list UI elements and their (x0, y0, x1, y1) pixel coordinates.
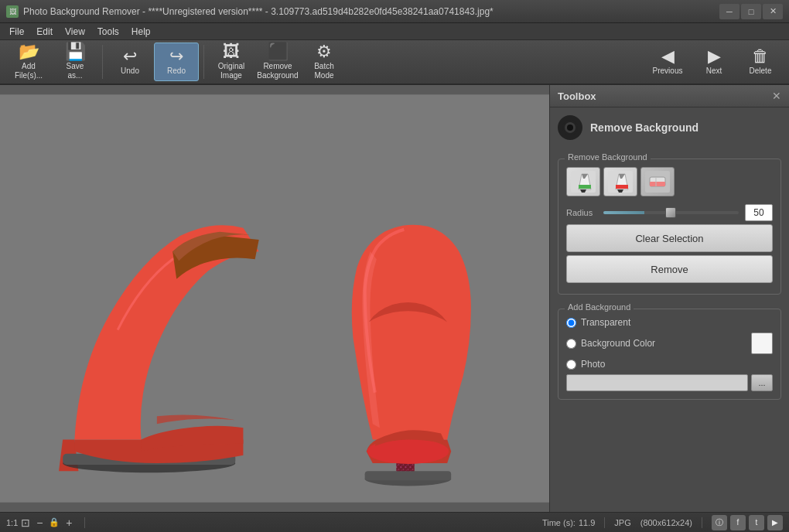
app-icon: 🖼 (6, 5, 19, 18)
menu-help[interactable]: Help (125, 25, 157, 39)
next-icon: ▶ (708, 48, 721, 65)
title-bar: 🖼 Photo Background Remover - ****Unregis… (0, 0, 789, 23)
bg-color-radio[interactable] (566, 339, 576, 349)
zoom-out-button[interactable]: − (33, 517, 46, 529)
remove-bg-group: Remove Background (558, 159, 781, 295)
remove-bg-icon-circle (558, 115, 582, 140)
remove-bg-header: Remove Background (558, 115, 781, 140)
info-icon[interactable]: ⓘ (712, 515, 727, 530)
social-icons: ⓘ f t ▶ (712, 515, 783, 530)
bg-color-radio-row: Background Color (566, 332, 773, 354)
window-title: Photo Background Remover - ****Unregiste… (23, 6, 494, 17)
menu-bar: File Edit View Tools Help (0, 23, 789, 40)
menu-view[interactable]: View (59, 25, 91, 39)
browse-button[interactable]: ... (751, 374, 773, 391)
redo-button[interactable]: ↪ Redo (154, 43, 199, 81)
toolbar: 📂 AddFile(s)... 💾 Saveas... ↩ Undo ↪ Red… (0, 40, 789, 85)
time-label: Time (s): (542, 518, 576, 527)
main-area: Toolbox ✕ Remove Background Remove Backg… (0, 85, 789, 512)
previous-icon: ◀ (661, 48, 675, 65)
batch-icon: ⚙ (316, 43, 332, 60)
toolbox-title: Toolbox (558, 90, 596, 102)
image-dimensions: (800x612x24) (640, 518, 692, 527)
color-swatch[interactable] (751, 332, 773, 354)
status-sep-3 (702, 517, 702, 528)
menu-tools[interactable]: Tools (91, 25, 125, 39)
toolbox-content: Remove Background Remove Background (550, 107, 789, 408)
batch-mode-button[interactable]: ⚙ BatchMode (302, 43, 347, 81)
svg-point-13 (567, 124, 573, 131)
svg-rect-26 (650, 182, 665, 186)
previous-button[interactable]: ◀ Previous (645, 43, 690, 81)
zoom-fit-icon: ⊡ (21, 517, 30, 529)
toolbox-header: Toolbox ✕ (550, 85, 789, 107)
photo-path-input[interactable] (566, 374, 748, 391)
tool-buttons-row (566, 167, 773, 196)
remove-background-button[interactable]: ⬛ RemoveBackground (255, 43, 300, 81)
transparent-radio[interactable] (566, 318, 576, 328)
photo-radio-row: Photo (566, 359, 773, 370)
menu-edit[interactable]: Edit (30, 25, 59, 39)
svg-rect-22 (616, 185, 628, 189)
radius-value-input[interactable] (745, 204, 773, 221)
status-sep-1 (84, 517, 85, 528)
save-as-button[interactable]: 💾 Saveas... (53, 43, 97, 81)
remove-button[interactable]: Remove (566, 255, 773, 283)
add-files-icon: 📂 (19, 43, 39, 60)
zoom-lock-icon: 🔒 (49, 517, 60, 527)
radius-label: Radius (566, 208, 597, 217)
clear-selection-button[interactable]: Clear Selection (566, 224, 773, 252)
twitter-icon[interactable]: t (749, 515, 764, 530)
add-bg-group: Add Background Transparent Background Co… (558, 309, 781, 400)
photo-radio[interactable] (566, 360, 576, 370)
canvas-area[interactable] (0, 85, 549, 512)
red-pen-button[interactable] (603, 167, 637, 196)
menu-file[interactable]: File (3, 25, 30, 39)
image-canvas (0, 85, 549, 512)
status-sep-2 (604, 517, 605, 528)
close-button[interactable]: ✕ (763, 4, 783, 19)
next-button[interactable]: ▶ Next (692, 43, 736, 81)
remove-bg-group-label: Remove Background (565, 152, 651, 162)
zoom-in-button[interactable]: + (63, 517, 75, 529)
add-files-button[interactable]: 📂 AddFile(s)... (6, 43, 51, 81)
toolbox-close-button[interactable]: ✕ (772, 90, 781, 102)
time-display: Time (s): 11.9 (542, 518, 595, 527)
toolbar-separator-2 (203, 45, 204, 79)
original-image-button[interactable]: 🖼 OriginalImage (209, 43, 254, 81)
photo-label: Photo (581, 359, 773, 370)
original-image-icon: 🖼 (223, 43, 240, 60)
undo-button[interactable]: ↩ Undo (108, 43, 152, 81)
time-value: 11.9 (579, 518, 595, 527)
transparent-radio-row: Transparent (566, 317, 773, 328)
transparent-label: Transparent (581, 317, 773, 328)
redo-icon: ↪ (169, 48, 183, 65)
status-bar: 1:1 ⊡ − 🔒 + Time (s): 11.9 JPG (800x612x… (0, 512, 789, 532)
zoom-level: 1:1 (6, 518, 18, 527)
radius-slider[interactable] (603, 211, 739, 214)
toolbar-separator-1 (102, 45, 103, 79)
minimize-button[interactable]: ─ (719, 4, 739, 19)
eraser-button[interactable] (640, 167, 675, 196)
maximize-button[interactable]: □ (741, 4, 761, 19)
undo-icon: ↩ (123, 48, 137, 65)
svg-rect-9 (365, 471, 452, 480)
svg-rect-17 (579, 185, 591, 189)
youtube-icon[interactable]: ▶ (767, 515, 783, 530)
image-format: JPG (614, 518, 630, 527)
save-icon: 💾 (65, 43, 86, 60)
delete-button[interactable]: 🗑 Delete (738, 43, 783, 81)
remove-bg-icon: ⬛ (268, 43, 289, 60)
add-bg-group-label: Add Background (565, 302, 634, 312)
radius-row: Radius (566, 204, 773, 221)
zoom-control: 1:1 ⊡ − 🔒 + (6, 517, 75, 529)
green-pen-button[interactable] (566, 167, 600, 196)
delete-icon: 🗑 (752, 48, 769, 65)
facebook-icon[interactable]: f (730, 515, 746, 530)
toolbox-panel: Toolbox ✕ Remove Background Remove Backg… (549, 85, 789, 512)
photo-input-row: ... (566, 374, 773, 391)
bg-color-label: Background Color (581, 338, 746, 349)
remove-bg-title: Remove Background (590, 121, 698, 134)
